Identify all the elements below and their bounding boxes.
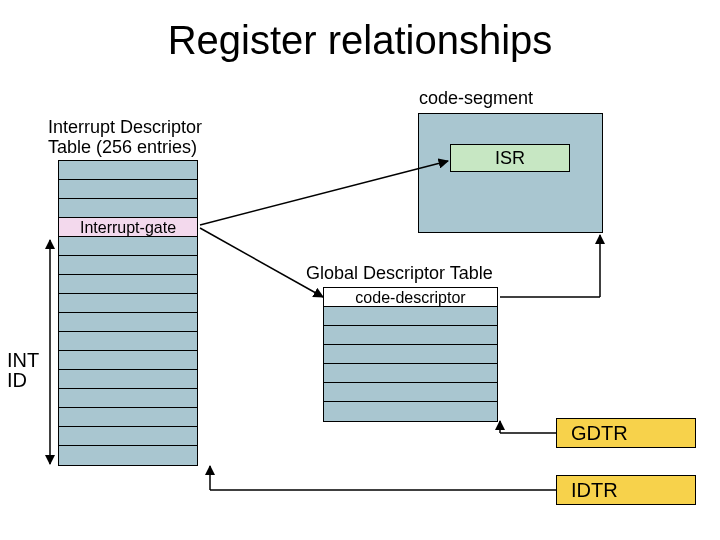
table-row	[324, 383, 497, 402]
interrupt-gate-row: Interrupt-gate	[59, 218, 197, 237]
table-row	[59, 370, 197, 389]
code-segment-box	[418, 113, 603, 233]
idt-heading-line2: Table (256 entries)	[48, 137, 197, 158]
table-row	[324, 402, 497, 421]
table-row	[59, 199, 197, 218]
gdt-table: code-descriptor	[323, 287, 498, 422]
code-segment-label: code-segment	[419, 88, 533, 109]
page-title: Register relationships	[0, 18, 720, 63]
table-row	[324, 364, 497, 383]
table-row	[59, 275, 197, 294]
idt-heading-line1: Interrupt Descriptor	[48, 117, 202, 138]
table-row	[59, 161, 197, 180]
table-row	[59, 351, 197, 370]
table-row	[59, 256, 197, 275]
table-row	[59, 446, 197, 465]
table-row	[324, 345, 497, 364]
table-row	[324, 307, 497, 326]
table-row	[59, 294, 197, 313]
code-descriptor-row: code-descriptor	[324, 288, 497, 307]
gdtr-register: GDTR	[556, 418, 696, 448]
table-row	[59, 332, 197, 351]
svg-line-0	[200, 228, 323, 297]
table-row	[59, 427, 197, 446]
table-row	[59, 180, 197, 199]
svg-line-1	[200, 161, 448, 225]
int-id-line1: INT	[7, 349, 39, 371]
idt-table: Interrupt-gate	[58, 160, 198, 466]
gdt-heading: Global Descriptor Table	[306, 263, 493, 284]
table-row	[59, 408, 197, 427]
table-row	[59, 313, 197, 332]
table-row	[324, 326, 497, 345]
int-id-label: INT ID	[7, 350, 39, 390]
table-row	[59, 389, 197, 408]
isr-box: ISR	[450, 144, 570, 172]
int-id-line2: ID	[7, 369, 27, 391]
idtr-register: IDTR	[556, 475, 696, 505]
table-row	[59, 237, 197, 256]
